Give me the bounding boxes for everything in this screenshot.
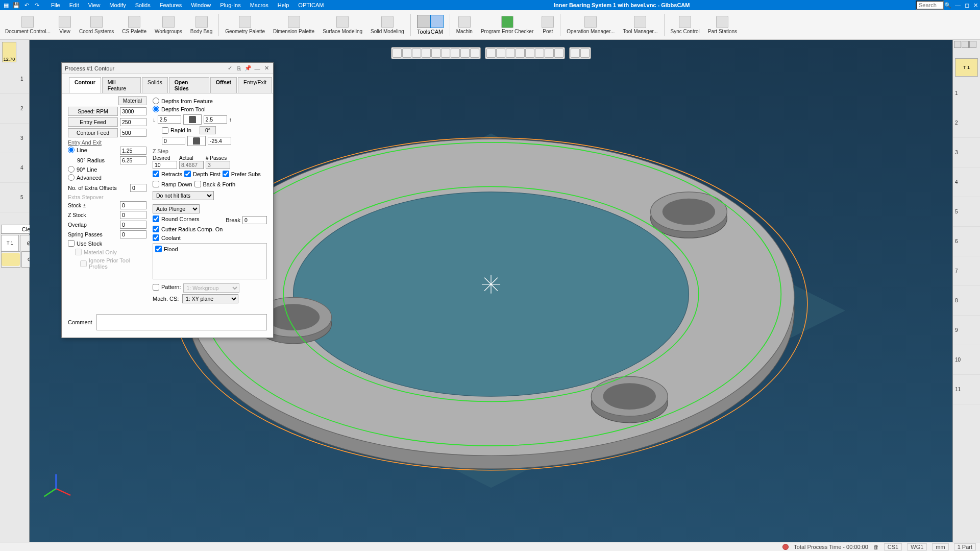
- maximize-icon[interactable]: ◻: [965, 2, 969, 9]
- vt-btn[interactable]: [554, 49, 564, 58]
- menu-solids[interactable]: Solids: [131, 1, 155, 9]
- bot-z1-input[interactable]: [162, 137, 185, 145]
- tab-contour[interactable]: Contour: [69, 77, 101, 93]
- vt-btn[interactable]: [422, 49, 431, 58]
- ribbon-surface-modeling[interactable]: Surface Modeling: [320, 15, 365, 35]
- pattern-check[interactable]: [153, 284, 159, 291]
- zstock-input[interactable]: [120, 211, 146, 219]
- rapid-in-check[interactable]: [162, 127, 168, 134]
- tab-open-sides[interactable]: Open Sides: [169, 77, 209, 93]
- stock-input[interactable]: [120, 201, 146, 209]
- app-icon[interactable]: ▦: [2, 1, 10, 9]
- depths-feature-radio[interactable]: [153, 98, 159, 104]
- speed-rpm-button[interactable]: Speed: RPM: [68, 107, 118, 116]
- trash-icon[interactable]: 🗑: [873, 544, 879, 550]
- overlap-input[interactable]: [120, 221, 146, 229]
- vt-btn[interactable]: [460, 49, 470, 58]
- mach-cs-select[interactable]: 1: XY plane: [182, 294, 238, 303]
- entry-feed-button[interactable]: Entry Feed: [68, 117, 118, 127]
- dialog-minimize-icon[interactable]: —: [254, 65, 261, 72]
- material-button[interactable]: Material: [118, 96, 146, 105]
- radius-input[interactable]: [120, 156, 146, 164]
- ribbon-coord-systems[interactable]: Coord Systems: [76, 15, 117, 35]
- spring-input[interactable]: [120, 230, 146, 238]
- menu-macros[interactable]: Macros: [246, 1, 273, 9]
- tool-t1[interactable]: T 1: [1, 235, 19, 251]
- ribbon-tool-manager[interactable]: Tool Manager...: [620, 15, 660, 35]
- minimize-icon[interactable]: —: [955, 2, 961, 9]
- vt-btn[interactable]: [545, 49, 554, 58]
- tool-tile[interactable]: 12.70: [2, 42, 16, 62]
- status-part[interactable]: 1 Part: [954, 543, 976, 550]
- vt-btn[interactable]: [451, 49, 460, 58]
- top-z2-input[interactable]: [204, 115, 227, 124]
- ribbon-view[interactable]: View: [56, 15, 74, 35]
- comment-input[interactable]: [96, 314, 267, 330]
- vt-btn[interactable]: [431, 49, 440, 58]
- ribbon-cam-button[interactable]: [430, 15, 444, 28]
- menu-plugins[interactable]: Plug-Ins: [216, 1, 244, 9]
- ribbon-post[interactable]: Post: [538, 15, 557, 35]
- retracts-check[interactable]: [153, 171, 159, 177]
- tab-mill-feature[interactable]: Mill Feature: [102, 77, 141, 93]
- vt-btn[interactable]: [580, 49, 590, 58]
- menu-file[interactable]: File: [47, 1, 64, 9]
- ribbon-body-bag[interactable]: Body Bag: [187, 15, 215, 35]
- menu-view[interactable]: View: [84, 1, 105, 9]
- ribbon-program-error-checker[interactable]: Program Error Checker: [478, 15, 536, 35]
- dialog-titlebar[interactable]: Process #1 Contour ✓ ⎘ 📌 — ✕: [62, 63, 273, 74]
- line-input[interactable]: [120, 147, 146, 155]
- ribbon-sync-control[interactable]: Sync Control: [668, 15, 703, 35]
- line90-radio[interactable]: [68, 166, 75, 173]
- vt-btn[interactable]: [535, 49, 544, 58]
- undo-icon[interactable]: ↶: [22, 1, 31, 9]
- vt-btn[interactable]: [393, 49, 402, 58]
- break-input[interactable]: [242, 216, 267, 224]
- entry-feed-input[interactable]: [120, 118, 146, 126]
- use-stock-check[interactable]: [68, 240, 75, 247]
- ribbon-machin[interactable]: Machin: [453, 15, 476, 35]
- ribbon-dimension-palette[interactable]: Dimension Palette: [270, 15, 317, 35]
- line-radio[interactable]: [68, 147, 75, 153]
- rt-btn[interactable]: [962, 41, 969, 48]
- desired-input[interactable]: [153, 161, 177, 169]
- tab-offset[interactable]: Offset: [210, 77, 237, 93]
- rt-btn[interactable]: [969, 41, 976, 48]
- status-cs[interactable]: CS1: [884, 543, 902, 550]
- ribbon-tools-button[interactable]: [417, 15, 430, 28]
- ribbon-solid-modeling[interactable]: Solid Modeling: [368, 15, 407, 35]
- contour-feed-button[interactable]: Contour Feed: [68, 128, 118, 137]
- tab-entry-exit[interactable]: Entry/Exit: [238, 77, 272, 93]
- redo-icon[interactable]: ↷: [33, 1, 41, 9]
- coolant-check[interactable]: [153, 234, 159, 241]
- ribbon-part-stations[interactable]: Part Stations: [705, 15, 740, 35]
- prefer-subs-check[interactable]: [223, 171, 229, 177]
- hit-flats-select[interactable]: Do not hit flats: [153, 191, 214, 200]
- close-icon[interactable]: ✕: [973, 2, 978, 9]
- menu-help[interactable]: Help: [274, 1, 293, 9]
- crc-check[interactable]: [153, 226, 159, 232]
- auto-plunge-select[interactable]: Auto Plunge: [153, 204, 200, 213]
- vt-btn[interactable]: [486, 49, 496, 58]
- search-input[interactable]: [916, 1, 944, 10]
- vt-btn[interactable]: [412, 49, 421, 58]
- advanced-radio[interactable]: [68, 174, 75, 181]
- stop-icon[interactable]: [782, 544, 789, 550]
- back-forth-check[interactable]: [194, 181, 201, 187]
- bot-z2-input[interactable]: [208, 137, 231, 145]
- rt-btn[interactable]: [954, 41, 961, 48]
- ribbon-geometry-palette[interactable]: Geometry Palette: [222, 15, 268, 35]
- dialog-close-icon[interactable]: ✕: [263, 65, 270, 72]
- status-wg[interactable]: WG1: [907, 543, 927, 550]
- dialog-check-icon[interactable]: ✓: [226, 65, 233, 72]
- ribbon-document-control[interactable]: Document Control...: [2, 15, 54, 35]
- vt-btn[interactable]: [441, 49, 450, 58]
- top-z1-input[interactable]: [158, 115, 181, 124]
- ramp-down-check[interactable]: [153, 181, 159, 187]
- vt-btn[interactable]: [470, 49, 479, 58]
- menu-window[interactable]: Window: [187, 1, 215, 9]
- ribbon-workgroups[interactable]: Workgroups: [152, 15, 185, 35]
- angle-button[interactable]: 0°: [200, 126, 216, 134]
- menu-opticam[interactable]: OPTICAM: [294, 1, 328, 9]
- extra-offsets-input[interactable]: [130, 184, 146, 192]
